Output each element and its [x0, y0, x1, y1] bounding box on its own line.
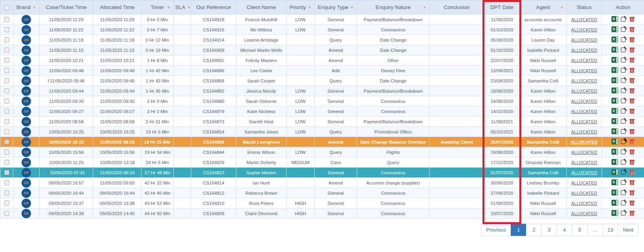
table-row[interactable]: OF11/05/2020 11:2211/05/2020 11:220 Hr 7…: [0, 25, 644, 35]
excel-export-icon[interactable]: [611, 98, 618, 104]
edit-icon[interactable]: [621, 190, 627, 195]
delete-icon[interactable]: [629, 77, 635, 83]
row-checkbox[interactable]: [4, 119, 9, 124]
status-link[interactable]: ALLOCATED: [571, 109, 597, 114]
delete-icon[interactable]: [629, 159, 635, 165]
table-row[interactable]: OF!11/05/2020 09:4611/05/2020 09:461 Hr …: [0, 76, 644, 86]
delete-icon[interactable]: [629, 128, 635, 134]
status-link[interactable]: ALLOCATED: [571, 99, 597, 104]
delete-icon[interactable]: [629, 108, 635, 114]
row-checkbox[interactable]: [4, 99, 9, 104]
table-row[interactable]: OF10/05/2020 11:2510/05/2020 12:1824 Hr …: [0, 157, 644, 168]
row-checkbox[interactable]: [4, 78, 9, 83]
excel-export-icon[interactable]: [611, 128, 618, 134]
status-link[interactable]: ALLOCATED: [571, 79, 597, 83]
delete-icon[interactable]: [629, 200, 635, 206]
delete-icon[interactable]: [629, 179, 635, 185]
edit-icon[interactable]: [621, 26, 627, 32]
excel-export-icon[interactable]: [611, 37, 618, 42]
status-link[interactable]: ALLOCATED: [571, 27, 597, 32]
table-row[interactable]: OF11/05/2020 10:2111/05/2020 10:211 Hr 8…: [0, 55, 644, 66]
row-checkbox[interactable]: [4, 27, 9, 32]
edit-icon[interactable]: [621, 159, 627, 165]
edit-icon[interactable]: [621, 169, 627, 175]
row-checkbox[interactable]: [4, 180, 9, 185]
column-header-sla[interactable]: SLA▼: [174, 0, 191, 15]
excel-export-icon[interactable]: [611, 77, 618, 83]
row-checkbox[interactable]: [4, 211, 9, 216]
edit-icon[interactable]: [621, 128, 627, 134]
delete-icon[interactable]: [629, 57, 635, 63]
status-link[interactable]: ALLOCATED: [571, 119, 597, 124]
table-row[interactable]: OF09/05/2020 16:4409/05/2020 16:4442 Hr …: [0, 188, 644, 198]
column-header-agent[interactable]: Agent▼: [520, 0, 567, 15]
delete-icon[interactable]: [629, 139, 635, 144]
select-all-checkbox[interactable]: [4, 5, 9, 10]
table-row[interactable]: OF10/05/2020 15:5610/05/2020 15:5619 Hr …: [0, 147, 644, 157]
excel-export-icon[interactable]: [611, 149, 618, 155]
excel-export-icon[interactable]: [611, 210, 618, 216]
edit-icon[interactable]: [621, 67, 627, 73]
pagination-page-13[interactable]: 13: [602, 224, 618, 236]
delete-icon[interactable]: [629, 37, 635, 42]
status-link[interactable]: ALLOCATED: [571, 89, 597, 93]
pagination-page-1[interactable]: 1: [511, 224, 526, 236]
row-checkbox[interactable]: [4, 88, 9, 93]
excel-export-icon[interactable]: [611, 16, 618, 22]
column-header-brand[interactable]: Brand▼: [13, 0, 40, 15]
column-header-timer[interactable]: Timer▼: [141, 0, 174, 15]
status-link[interactable]: ALLOCATED: [571, 38, 597, 42]
row-checkbox[interactable]: [4, 160, 9, 165]
table-row[interactable]: OF11/05/2020 08:5811/05/2020 08:582 Hr 3…: [0, 117, 644, 127]
delete-icon[interactable]: [629, 149, 635, 155]
edit-icon[interactable]: [621, 77, 627, 83]
delete-icon[interactable]: [629, 88, 635, 93]
excel-export-icon[interactable]: [611, 169, 618, 175]
edit-icon[interactable]: [621, 179, 627, 185]
status-link[interactable]: ALLOCATED: [571, 68, 597, 73]
excel-export-icon[interactable]: [611, 57, 618, 63]
table-row[interactable]: OF10/05/2020 16:1511/05/2020 08:2319 Hr …: [0, 137, 644, 147]
table-row[interactable]: OF09/05/2020 16:5711/05/2020 09:5042 Hr …: [0, 178, 644, 188]
table-row[interactable]: OF11/05/2020 11:1011/05/2020 11:100 Hr 1…: [0, 45, 644, 55]
delete-icon[interactable]: [629, 26, 635, 32]
sort-arrow-icon[interactable]: ▼: [423, 5, 426, 9]
pagination-page-5[interactable]: 5: [572, 224, 588, 236]
row-checkbox[interactable]: [4, 109, 9, 114]
delete-icon[interactable]: [629, 98, 635, 104]
excel-export-icon[interactable]: [611, 88, 618, 93]
row-checkbox[interactable]: [4, 150, 9, 155]
delete-icon[interactable]: [629, 16, 635, 22]
status-link[interactable]: ALLOCATED: [571, 58, 597, 63]
sort-arrow-icon[interactable]: ▼: [308, 5, 312, 9]
delete-icon[interactable]: [629, 67, 635, 73]
sort-arrow-icon[interactable]: ▼: [33, 5, 36, 9]
edit-icon[interactable]: [621, 149, 627, 155]
sort-arrow-icon[interactable]: ▼: [350, 5, 354, 9]
sort-arrow-icon[interactable]: ▼: [187, 5, 191, 9]
excel-export-icon[interactable]: [611, 26, 618, 32]
status-link[interactable]: ALLOCATED: [571, 48, 597, 53]
pagination-next[interactable]: Next: [618, 224, 639, 236]
table-row[interactable]: OF11/05/2020 09:3011/05/2020 09:302 Hr 0…: [0, 96, 644, 106]
excel-export-icon[interactable]: [611, 67, 618, 73]
table-row[interactable]: OF10/05/2020 16:2510/05/2020 16:2519 Hr …: [0, 127, 644, 137]
excel-export-icon[interactable]: [611, 200, 618, 206]
sort-arrow-icon[interactable]: ▼: [560, 5, 564, 9]
row-checkbox[interactable]: [4, 129, 9, 134]
edit-icon[interactable]: [621, 47, 627, 53]
edit-icon[interactable]: [621, 98, 627, 104]
table-row[interactable]: OF11/05/2020 11:1811/05/2020 11:180 Hr 1…: [0, 35, 644, 45]
table-row[interactable]: OF11/05/2020 09:4811/05/2020 09:481 Hr 4…: [0, 66, 644, 76]
status-link[interactable]: ALLOCATED: [571, 181, 597, 185]
table-row[interactable]: OF09/05/2020 14:3909/05/2020 14:4044 Hr …: [0, 208, 644, 219]
row-checkbox[interactable]: [4, 17, 9, 22]
status-link[interactable]: ALLOCATED: [571, 17, 597, 22]
pagination-previous[interactable]: Previous: [481, 224, 511, 236]
row-checkbox[interactable]: [4, 58, 9, 63]
status-link[interactable]: ALLOCATED: [571, 130, 597, 134]
delete-icon[interactable]: [629, 47, 635, 53]
table-row[interactable]: OF09/05/2020 15:3709/05/2020 15:3843 Hr …: [0, 198, 644, 208]
status-link[interactable]: ALLOCATED: [571, 150, 597, 155]
status-link[interactable]: ALLOCATED: [571, 160, 597, 165]
